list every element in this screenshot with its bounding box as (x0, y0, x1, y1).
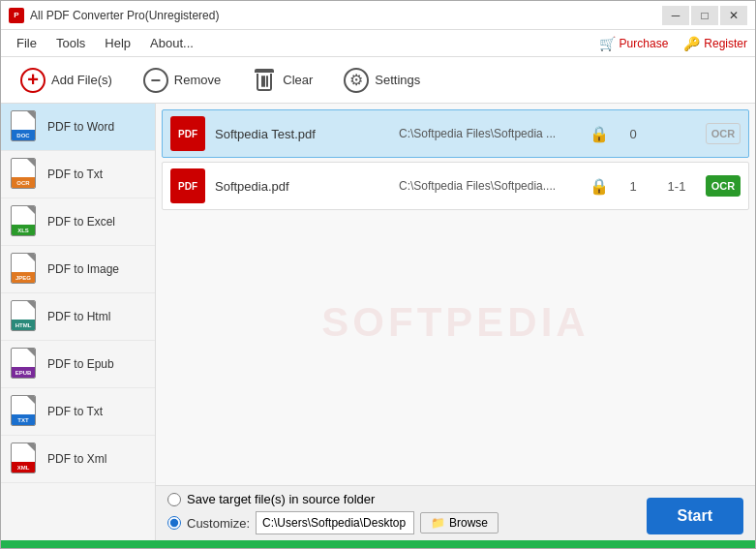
sidebar-item-pdf-to-epub[interactable]: EPUB PDF to Epub (1, 341, 155, 388)
sidebar-item-pdf-to-word[interactable]: DOC PDF to Word (1, 104, 155, 151)
file-icon-epub: EPUB (11, 348, 36, 379)
clear-button[interactable]: Clear (240, 64, 324, 97)
file-corner (27, 349, 35, 356)
remove-icon (143, 68, 168, 93)
file-icon-html: HTML (11, 300, 36, 331)
purchase-button[interactable]: 🛒 Purchase (599, 36, 669, 51)
sidebar-item-pdf-to-html[interactable]: HTML PDF to Html (1, 293, 155, 341)
key-icon: 🔑 (683, 36, 700, 51)
ocr-badge[interactable]: OCR (706, 123, 741, 144)
menu-file[interactable]: File (9, 33, 45, 53)
remove-label: Remove (174, 73, 221, 87)
file-path: C:\Softpedia Files\Softpedia ... (399, 127, 580, 140)
ocr-badge-active[interactable]: OCR (706, 175, 741, 197)
file-corner (27, 159, 35, 167)
sidebar-label: PDF to Xml (47, 452, 106, 466)
remove-button[interactable]: Remove (132, 64, 232, 97)
file-corner (27, 206, 35, 214)
save-source-radio[interactable] (167, 493, 181, 506)
sidebar-icon-txt-ocr: OCR (11, 158, 40, 191)
sidebar-item-pdf-to-txt[interactable]: TXT PDF to Txt (1, 388, 155, 436)
bottom-section: Save target file(s) in source folder Cus… (156, 485, 755, 540)
menu-about[interactable]: About... (142, 33, 201, 53)
folder-icon: 📁 (431, 516, 445, 530)
file-icon-xls: XLS (11, 205, 36, 236)
trash-line (263, 76, 265, 87)
settings-icon: ⚙ (344, 68, 369, 93)
title-bar-left: P All PDF Converter Pro(Unregistered) (9, 8, 219, 23)
sidebar-icon-html: HTML (11, 300, 40, 333)
sidebar-item-pdf-to-excel[interactable]: XLS PDF to Excel (1, 198, 155, 246)
trash-line (266, 76, 268, 87)
badge-jpeg: JPEG (12, 272, 35, 283)
trash-icon (254, 69, 275, 92)
customize-label: Customize: (187, 516, 250, 531)
file-list: PDF Softpedia Test.pdf C:\Softpedia File… (156, 104, 755, 485)
add-files-button[interactable]: Add File(s) (9, 64, 124, 97)
main-area: DOC PDF to Word OCR PDF to Txt (1, 104, 755, 540)
file-corner (27, 301, 35, 309)
sidebar-icon-excel: XLS (11, 205, 40, 238)
menu-tools[interactable]: Tools (48, 33, 93, 53)
sidebar-label: PDF to Txt (47, 168, 103, 181)
title-bar: P All PDF Converter Pro(Unregistered) ─ … (1, 1, 755, 30)
app-icon: P (9, 8, 24, 23)
register-button[interactable]: 🔑 Register (683, 36, 747, 51)
sidebar-item-pdf-to-txt-ocr[interactable]: OCR PDF to Txt (1, 151, 155, 198)
sidebar-item-pdf-to-xml[interactable]: XML PDF to Xml (1, 436, 155, 483)
window-title: All PDF Converter Pro(Unregistered) (30, 9, 219, 22)
sidebar-icon-epub: EPUB (11, 348, 40, 381)
trash-body (257, 74, 272, 91)
clear-label: Clear (283, 73, 313, 87)
settings-label: Settings (375, 73, 420, 87)
sidebar-label: PDF to Excel (47, 215, 115, 229)
sidebar-icon-image: JPEG (11, 253, 40, 286)
badge-doc: DOC (12, 130, 35, 140)
file-corner (27, 111, 35, 119)
lock-icon[interactable]: 🔒 (590, 124, 609, 143)
cart-icon: 🛒 (599, 36, 616, 51)
file-icon-txtt: TXT (11, 395, 36, 426)
customize-radio[interactable] (167, 516, 181, 530)
customize-row: Customize: 📁 Browse (167, 511, 499, 534)
pdf-icon: PDF (170, 168, 205, 203)
file-corner (27, 396, 35, 404)
browse-button[interactable]: 📁 Browse (420, 512, 499, 534)
register-label: Register (704, 37, 747, 50)
lock-icon[interactable]: 🔒 (590, 176, 609, 196)
badge-ocr: OCR (12, 177, 35, 188)
sidebar-icon-word: DOC (11, 110, 40, 143)
content-area: SOFTPEDIA PDF Softpedia Test.pdf C:\Soft… (156, 104, 755, 540)
table-row[interactable]: PDF Softpedia.pdf C:\Softpedia Files\Sof… (162, 162, 749, 210)
file-icon-jpeg: JPEG (11, 253, 36, 284)
clear-icon (252, 68, 277, 93)
main-window: P All PDF Converter Pro(Unregistered) ─ … (0, 0, 756, 549)
close-button[interactable]: ✕ (720, 6, 747, 25)
sidebar: DOC PDF to Word OCR PDF to Txt (1, 104, 156, 540)
browse-label: Browse (449, 516, 488, 530)
file-path: C:\Softpedia Files\Softpedia.... (399, 179, 580, 193)
purchase-label: Purchase (620, 37, 669, 50)
menu-bar: File Tools Help About... 🛒 Purchase 🔑 Re… (1, 30, 755, 57)
badge-xls: XLS (12, 225, 35, 235)
save-source-option: Save target file(s) in source folder (167, 492, 499, 506)
bottom-left: Save target file(s) in source folder Cus… (167, 492, 499, 534)
file-corner (27, 254, 35, 261)
minimize-button[interactable]: ─ (662, 6, 689, 25)
sidebar-item-pdf-to-image[interactable]: JPEG PDF to Image (1, 246, 155, 293)
sidebar-icon-xml: XML (11, 442, 40, 475)
add-icon (20, 68, 45, 93)
path-input[interactable] (256, 511, 414, 534)
sidebar-label: PDF to Txt (47, 405, 103, 418)
save-source-label: Save target file(s) in source folder (187, 492, 375, 506)
sidebar-icon-txt: TXT (11, 395, 40, 428)
settings-button[interactable]: ⚙ Settings (332, 64, 432, 97)
start-button[interactable]: Start (647, 498, 743, 534)
maximize-button[interactable]: □ (691, 6, 718, 25)
sidebar-label: PDF to Image (47, 262, 119, 276)
table-row[interactable]: PDF Softpedia Test.pdf C:\Softpedia File… (162, 109, 749, 158)
sidebar-label: PDF to Word (47, 120, 114, 134)
menu-help[interactable]: Help (97, 33, 138, 53)
menu-items: File Tools Help About... (9, 33, 201, 53)
file-pages: 1 (619, 179, 648, 194)
